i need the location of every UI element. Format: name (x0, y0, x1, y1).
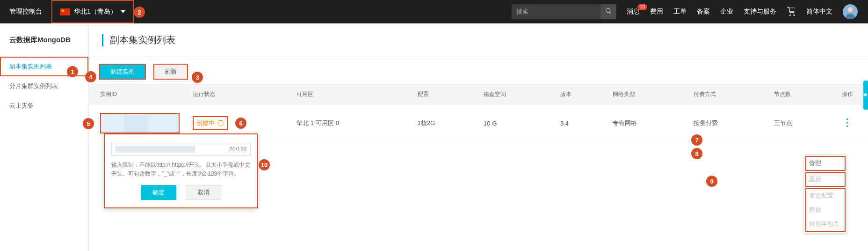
top-nav: 消息 10 费用 工单 备案 企业 支持与服务 简体中文 (616, 4, 868, 19)
callout-10: 10 (259, 159, 270, 170)
popover-actions: 确定 取消 (111, 185, 251, 200)
nav-tickets[interactable]: 工单 (673, 7, 687, 16)
callout-6: 6 (235, 118, 246, 129)
avatar[interactable] (843, 4, 858, 19)
rename-popover: 20/128 输入限制：不能以http://,https://开头。以大小字母或… (104, 133, 258, 208)
col-version: 版本 (554, 85, 606, 104)
char-count: 20/128 (229, 146, 246, 153)
cell-zone: 华北 1 可用区 B (290, 104, 411, 142)
rename-input-row: 20/128 (111, 143, 251, 156)
callout-9: 9 (706, 176, 717, 187)
cell-config: 1核2G (411, 104, 477, 142)
region-label: 华北1（青岛） (74, 7, 117, 16)
dropdown-group-disabled: 变更配置 释放 转包年包月 (805, 188, 846, 232)
status-label: 创建中 (196, 119, 215, 127)
dropdown-to-subscription[interactable]: 转包年包月 (806, 217, 845, 231)
confirm-button[interactable]: 确定 (141, 185, 176, 200)
callout-4: 4 (85, 71, 96, 82)
nav-support[interactable]: 支持与服务 (744, 7, 776, 16)
page-title-bar: 副本集实例列表 (89, 23, 868, 57)
rename-input[interactable] (116, 146, 229, 153)
callout-3: 3 (192, 72, 203, 83)
nav-language[interactable]: 简体中文 (806, 7, 832, 16)
sidebar: 云数据库MongoDB 副本集实例列表 分片集群实例列表 云上灾备 (0, 23, 89, 251)
nav-billing[interactable]: 费用 (650, 7, 663, 16)
cancel-button[interactable]: 取消 (186, 185, 221, 200)
callout-1: 1 (67, 66, 78, 77)
spinner-icon (217, 120, 224, 126)
dropdown-release[interactable]: 释放 (806, 203, 845, 217)
col-zone: 可用区 (290, 85, 411, 104)
new-instance-button[interactable]: 新建实例 (99, 64, 146, 80)
side-handle[interactable] (863, 81, 868, 110)
instance-id-link[interactable] (100, 113, 180, 133)
page-title: 副本集实例列表 (102, 34, 855, 46)
callout-7: 7 (691, 134, 702, 146)
col-status: 运行状态 (186, 85, 290, 104)
status-creating: 创建中 (193, 116, 228, 130)
flag-icon (60, 8, 70, 15)
svg-point-0 (848, 7, 853, 12)
cart-icon[interactable] (787, 7, 796, 17)
col-disk: 磁盘空间 (477, 85, 554, 104)
chevron-down-icon (121, 10, 125, 13)
dropdown-restart[interactable]: 重启 (805, 172, 846, 187)
nav-icp[interactable]: 备案 (697, 7, 710, 16)
console-title: 管理控制台 (0, 7, 51, 16)
refresh-button[interactable]: 刷新 (153, 64, 188, 80)
callout-5: 5 (83, 118, 94, 129)
sidebar-item-dr[interactable]: 云上灾备 (0, 96, 88, 116)
col-network: 网络类型 (606, 85, 687, 104)
nav-enterprise[interactable]: 企业 (720, 7, 733, 16)
actions-dropdown: 管理 重启 变更配置 释放 转包年包月 (804, 155, 847, 233)
col-billing: 付费方式 (687, 85, 768, 104)
col-config: 配置 (411, 85, 477, 104)
action-row: 新建实例 刷新 (89, 57, 868, 84)
sidebar-product-title: 云数据库MongoDB (0, 23, 88, 57)
more-actions-button[interactable]: ⋯ (841, 118, 854, 129)
col-instance-id: 实例ID (89, 85, 186, 104)
dropdown-manage[interactable]: 管理 (805, 156, 846, 171)
cell-network: 专有网络 (606, 104, 687, 142)
rename-hint: 输入限制：不能以http://,https://开头。以大小字母或中文开头。可包… (111, 161, 251, 178)
nav-messages[interactable]: 消息 10 (627, 7, 640, 16)
sidebar-item-sharding[interactable]: 分片集群实例列表 (0, 76, 88, 96)
region-selector[interactable]: 华北1（青岛） (51, 0, 134, 23)
cell-version: 3.4 (554, 104, 606, 142)
callout-2: 2 (134, 7, 145, 18)
messages-badge: 10 (637, 4, 647, 10)
cell-disk: 10 G (477, 104, 554, 142)
callout-8: 8 (691, 148, 702, 159)
top-bar: 管理控制台 华北1（青岛） 搜索 消息 10 费用 工单 备案 企业 支持与服务… (0, 0, 868, 23)
cell-nodes: 三节点 (767, 104, 835, 142)
search-wrap: 搜索 (512, 4, 616, 19)
search-placeholder: 搜索 (516, 7, 528, 16)
search-button[interactable] (600, 4, 616, 19)
search-icon (605, 7, 612, 16)
search-input[interactable]: 搜索 (512, 4, 600, 19)
dropdown-change-spec[interactable]: 变更配置 (806, 189, 845, 203)
col-nodes: 节点数 (767, 85, 835, 104)
